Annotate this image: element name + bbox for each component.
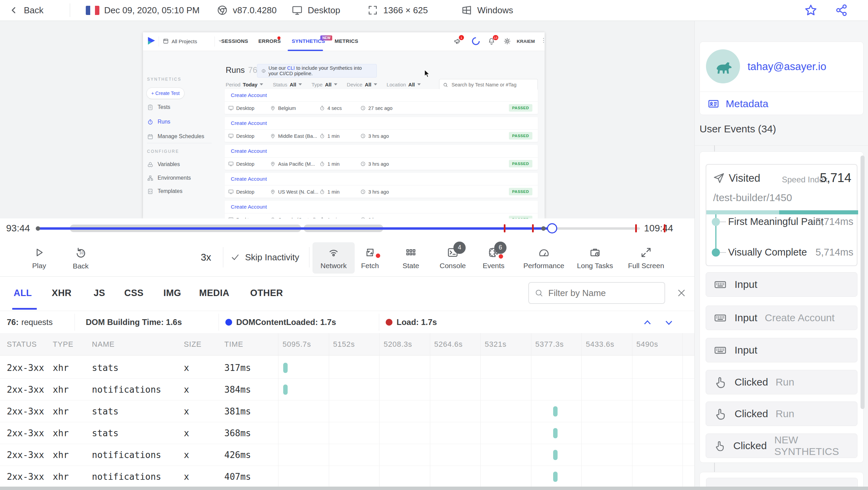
- sidebar-scrollbar[interactable]: [861, 156, 865, 409]
- filter-type[interactable]: TypeAll: [311, 82, 337, 87]
- screen-size-icon: [367, 4, 379, 16]
- tab-errors[interactable]: ERRORS: [258, 38, 281, 44]
- user-event-card-clicked[interactable]: ClickedNEW SYNTHETICS: [706, 434, 857, 458]
- timeline-scrubber-knob[interactable]: [547, 223, 557, 233]
- sidebar-item-templates[interactable]: Templates: [147, 186, 182, 196]
- runs-filters: PeriodTodayStatusAllTypeAllDeviceAllLoca…: [226, 80, 421, 88]
- performance-gauge-icon: [538, 246, 550, 259]
- col-status: STATUS: [7, 333, 37, 356]
- cell-status: 2xx-3xx: [7, 466, 44, 488]
- event-marker[interactable]: [532, 224, 534, 232]
- state-panel-button[interactable]: State: [392, 242, 430, 274]
- back-button[interactable]: Back: [9, 0, 44, 20]
- tab-metrics[interactable]: METRICS: [335, 38, 358, 44]
- jump-prev-icon[interactable]: [642, 317, 653, 328]
- project-selector[interactable]: All Projects: [163, 32, 222, 50]
- user-event-card-input[interactable]: Input: [706, 272, 857, 297]
- visited-url: /test-builder/1450: [713, 192, 792, 203]
- share-button[interactable]: [835, 0, 848, 20]
- user-event-card-clicked[interactable]: ClickedRun: [706, 370, 857, 394]
- fetch-icon: [364, 246, 376, 259]
- events-panel-button[interactable]: 6 Events: [475, 242, 512, 274]
- network-tab-img[interactable]: IMG: [163, 277, 181, 309]
- network-request-row[interactable]: 2xx-3xxxhrnotificationsx426ms: [0, 444, 694, 466]
- network-tab-xhr[interactable]: XHR: [52, 277, 71, 309]
- full-screen-button[interactable]: Full Screen: [622, 242, 670, 274]
- chevron-down-icon: [299, 83, 302, 85]
- network-tab-all[interactable]: ALL: [14, 277, 32, 309]
- waterfall-bar: [553, 450, 558, 460]
- event-marker[interactable]: [635, 224, 637, 232]
- network-panel-button[interactable]: Network: [312, 242, 355, 274]
- create-test-button[interactable]: + Create Test: [146, 87, 184, 99]
- filter-status[interactable]: StatusAll: [273, 82, 302, 87]
- back-10s-button[interactable]: 10 Back: [62, 242, 99, 274]
- network-tab-other[interactable]: OTHER: [250, 277, 283, 309]
- user-event-card-input[interactable]: InputCreate Account: [706, 306, 857, 330]
- tab-sessions[interactable]: SESSIONS: [221, 38, 248, 44]
- user-email[interactable]: tahay@asayer.io: [748, 42, 826, 92]
- cell-status: 2xx-3xx: [7, 379, 44, 401]
- filter-period[interactable]: PeriodToday: [226, 82, 263, 87]
- user-event-card-input[interactable]: Input: [706, 338, 857, 362]
- run-title-link[interactable]: Create Account: [231, 176, 267, 182]
- filter-location[interactable]: LocationAll: [387, 82, 421, 87]
- templates-icon: [147, 188, 154, 195]
- network-request-row[interactable]: 2xx-3xxxhrstatsx368ms: [0, 422, 694, 444]
- jump-next-icon[interactable]: [663, 317, 675, 328]
- user-event-card-clicked[interactable]: ClickedRun: [706, 402, 857, 426]
- network-request-row[interactable]: 2xx-3xxxhrstatsx381ms: [0, 401, 694, 422]
- performance-panel-button[interactable]: Performance: [519, 242, 568, 274]
- notifications-button[interactable]: 13: [487, 32, 496, 50]
- network-tab-js[interactable]: JS: [94, 277, 105, 309]
- run-card[interactable]: Create AccountDesktopCanada (Central)1 m…: [225, 201, 538, 218]
- favorite-button[interactable]: [804, 0, 818, 20]
- run-card[interactable]: Create AccountDesktopAsia Pacific (M...1…: [225, 145, 538, 170]
- filter-input[interactable]: [548, 288, 659, 299]
- app-search-input[interactable]: [451, 82, 534, 88]
- more-menu-icon[interactable]: ⋮: [541, 37, 545, 44]
- dom-content-loaded: DOMContentLoaded: 1.7s: [225, 311, 336, 333]
- network-request-row[interactable]: 2xx-3xxxhrstatsx317ms: [0, 357, 694, 379]
- sidebar-item-tests[interactable]: Tests: [147, 102, 170, 112]
- run-title-link[interactable]: Create Account: [231, 120, 267, 126]
- run-card[interactable]: Create AccountDesktopBelgium4 secs27 sec…: [225, 89, 538, 114]
- close-panel-icon[interactable]: [675, 287, 688, 299]
- filter-device[interactable]: DeviceAll: [347, 82, 377, 87]
- play-button[interactable]: Play: [20, 242, 58, 274]
- timeline-current-time: 93:44: [6, 218, 30, 238]
- account-menu[interactable]: KRAIEM: [517, 39, 535, 44]
- network-tab-media[interactable]: MEDIA: [199, 277, 229, 309]
- run-card[interactable]: Create AccountDesktopMiddle East (Ba...1…: [225, 117, 538, 142]
- console-panel-button[interactable]: 4 Console: [433, 242, 472, 274]
- settings-button[interactable]: [503, 32, 511, 50]
- sidebar-item-variables[interactable]: Variables: [147, 160, 180, 169]
- sidebar-item-environments[interactable]: Environments: [147, 173, 191, 183]
- sidebar-item-runs[interactable]: Runs: [147, 117, 170, 127]
- run-card[interactable]: Create AccountDesktopUS West (N. Cal...1…: [225, 173, 538, 198]
- keyboard-icon: [713, 278, 727, 291]
- announcements-button[interactable]: 1: [453, 32, 462, 50]
- event-marker[interactable]: [504, 224, 505, 232]
- resolution-info: 1366 × 625: [367, 0, 428, 20]
- visited-event-card[interactable]: Visited Speed Index 5,714 /test-builder/…: [706, 164, 857, 266]
- run-title-link[interactable]: Create Account: [231, 148, 267, 154]
- metadata-button[interactable]: Metadata: [700, 92, 863, 115]
- horizontal-scrollbar[interactable]: [0, 487, 868, 490]
- run-ago: 3 hrs ago: [360, 213, 389, 218]
- run-title-link[interactable]: Create Account: [231, 204, 267, 210]
- long-tasks-panel-button[interactable]: Long Tasks: [571, 242, 619, 274]
- filter-box[interactable]: [528, 282, 665, 304]
- recorded-cursor-icon: [423, 69, 432, 78]
- network-request-row[interactable]: 2xx-3xxxhrnotificationsx407ms: [0, 466, 694, 488]
- sidebar-item-manage-schedules[interactable]: Manage Schedules: [147, 132, 204, 141]
- run-title-link[interactable]: Create Account: [231, 92, 267, 98]
- fetch-panel-button[interactable]: Fetch: [351, 242, 389, 274]
- playback-speed-button[interactable]: 3x: [191, 238, 221, 276]
- app-search-box[interactable]: [439, 79, 538, 91]
- skip-inactivity-toggle[interactable]: Skip Inactivity: [230, 238, 299, 276]
- network-tab-css[interactable]: CSS: [124, 277, 144, 309]
- network-request-row[interactable]: 2xx-3xxxhrnotificationsx384ms: [0, 379, 694, 401]
- monitor-icon: [228, 105, 234, 111]
- cli-link[interactable]: CLI: [287, 65, 295, 71]
